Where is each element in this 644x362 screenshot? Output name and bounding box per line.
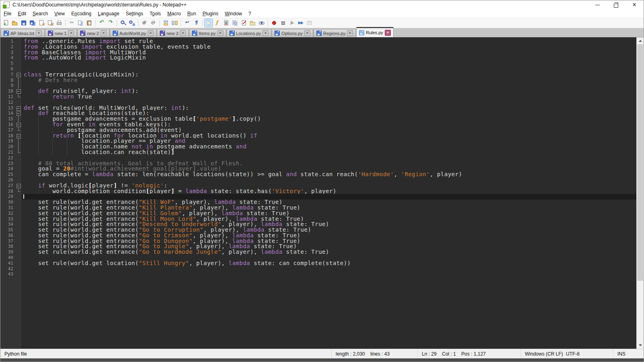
fold-collapse-icon[interactable] <box>15 183 22 189</box>
scrollbar-thumb[interactable] <box>637 44 643 281</box>
code-line[interactable]: 20 location.name not in postgame_advance… <box>0 144 637 150</box>
sync-scroll-horizontal-icon[interactable] <box>171 19 179 27</box>
menu-item-encoding[interactable]: Encoding <box>68 10 95 17</box>
code-line[interactable]: 23 # 88 total achievements. Goal is to d… <box>0 161 637 167</box>
code-line[interactable]: 3from BaseClasses import MultiWorld <box>0 50 637 56</box>
menu-item-file[interactable]: File <box>0 10 14 17</box>
function-list-icon[interactable] <box>213 19 221 27</box>
macro-save-icon[interactable] <box>305 19 314 27</box>
code-line[interactable]: 26 <box>0 177 637 183</box>
menu-item-search[interactable]: Search <box>29 10 51 17</box>
menu-item-run[interactable]: Run <box>184 10 199 17</box>
save-icon[interactable] <box>20 19 28 27</box>
close-tab-icon[interactable]: × <box>68 30 74 36</box>
macro-record-icon[interactable] <box>270 19 278 27</box>
close-tab-icon[interactable]: × <box>385 30 391 36</box>
code-line[interactable]: 35 set_rule(world.get_entrance("Go to Co… <box>0 227 637 233</box>
code-line[interactable]: 12 <box>0 100 637 105</box>
sync-scroll-vertical-icon[interactable] <box>162 19 170 27</box>
code-line[interactable]: 36 set_rule(world.get_entrance("Go to Cr… <box>0 233 637 239</box>
code-line[interactable]: 28 world.completion_condition[player] = … <box>0 189 637 194</box>
code-line[interactable]: 25 can_complete = lambda state: len(reac… <box>0 172 637 177</box>
code-line[interactable]: 19 location.player == player and <box>0 138 637 144</box>
code-line[interactable]: 34 set_rule(world.get_entrance("Descend … <box>0 222 637 227</box>
zoom-out-icon[interactable] <box>149 19 157 27</box>
code-line[interactable]: 24 goal = 20#int(world.achievement_goal[… <box>0 166 637 172</box>
new-file-icon[interactable] <box>2 19 10 27</box>
code-line[interactable]: 33 set_rule(world.get_entrance("Kill Moo… <box>0 216 637 222</box>
code-line[interactable]: 18 return [location for location in worl… <box>0 133 637 139</box>
folder-as-workspace-icon[interactable] <box>249 19 257 27</box>
close-tab-icon[interactable]: × <box>217 30 223 36</box>
code-line[interactable]: 9 <box>0 83 637 88</box>
code-line[interactable]: 37 set_rule(world.get_entrance("Go to Du… <box>0 239 637 244</box>
minimize-button[interactable] <box>588 0 607 9</box>
fold-collapse-icon[interactable] <box>15 111 22 116</box>
code-line[interactable]: 1from ..generic.Rules import set_rule <box>0 39 637 44</box>
fold-collapse-icon[interactable] <box>15 72 22 78</box>
menu-item-language[interactable]: Language <box>95 10 122 17</box>
code-line[interactable]: 8 # Defs here <box>0 78 637 83</box>
fold-collapse-icon[interactable] <box>15 88 22 94</box>
scroll-up-button[interactable] <box>637 37 644 44</box>
code-line[interactable]: 40 <box>0 255 637 261</box>
close-tab-icon[interactable]: × <box>304 30 310 36</box>
menu-item-tools[interactable]: Tools <box>147 10 164 17</box>
close-tab-icon[interactable]: × <box>180 30 186 36</box>
undo-icon[interactable] <box>98 19 106 27</box>
close-file-icon[interactable] <box>37 19 45 27</box>
code-line[interactable]: 4from ..AutoWorld import LogicMixin <box>0 55 637 61</box>
code-line[interactable]: 27 if world.logic[player] != 'nologic': <box>0 183 637 189</box>
menu-item-macro[interactable]: Macro <box>164 10 184 17</box>
tab-rules-py[interactable]: Rules.py× <box>356 27 394 37</box>
code-line[interactable]: 2from .Locations import exclusion_table,… <box>0 44 637 50</box>
show-all-characters-icon[interactable] <box>192 19 200 27</box>
code-line[interactable]: 39 set_rule(world.get_entrance("Go to Ha… <box>0 249 637 255</box>
code-line[interactable]: 15 postgame_advancements = exclusion_tab… <box>0 116 637 122</box>
fold-collapse-icon[interactable] <box>15 105 22 111</box>
tab-ap-ideas-txt[interactable]: AP Ideas.txt× <box>1 29 45 37</box>
menu-item-view[interactable]: View <box>51 10 68 17</box>
code-line[interactable]: 30 set_rule(world.get_entrance("Kill WoF… <box>0 200 637 205</box>
tab-items-py[interactable]: Items.py× <box>189 29 226 37</box>
find-icon[interactable] <box>119 19 127 27</box>
code-line[interactable]: 10 def rule(self, player: int): <box>0 88 637 94</box>
code-line[interactable]: 6 <box>0 66 637 72</box>
close-tab-icon[interactable]: × <box>148 30 154 36</box>
menu-item-help[interactable]: ? <box>245 10 254 17</box>
monitoring-icon[interactable] <box>258 19 266 27</box>
save-all-icon[interactable] <box>29 19 37 27</box>
code-line[interactable]: 31 set_rule(world.get_entrance("Kill Pla… <box>0 205 637 211</box>
menu-item-settings[interactable]: Settings <box>122 10 146 17</box>
macro-stop-icon[interactable] <box>279 19 287 27</box>
fold-collapse-icon[interactable] <box>15 122 22 128</box>
menu-item-window[interactable]: Window <box>222 10 246 17</box>
tab-new-3[interactable]: new 3× <box>157 29 189 37</box>
close-tab-icon[interactable]: × <box>101 30 107 36</box>
tab-new-2[interactable]: new 2× <box>77 29 109 37</box>
code-line[interactable]: 17 postgame_advancements.add(event) <box>0 128 637 133</box>
tab-locations-py[interactable]: Locations.py× <box>227 29 272 37</box>
code-line[interactable]: 14 def reachable_locations(state): <box>0 111 637 116</box>
document-list-icon[interactable] <box>231 19 239 27</box>
close-tab-icon[interactable]: × <box>347 30 353 36</box>
tab-autoworld-py[interactable]: AutoWorld.py× <box>110 29 157 37</box>
fold-collapse-icon[interactable] <box>15 133 22 139</box>
edit-pencil-icon[interactable] <box>240 19 248 27</box>
zoom-in-icon[interactable] <box>140 19 149 27</box>
code-line[interactable]: 41 set_rule(world.get_location("Still Hu… <box>0 261 637 266</box>
replace-icon[interactable] <box>128 19 136 27</box>
document-map-icon[interactable] <box>222 19 230 27</box>
code-line[interactable]: 13def set_rules(world: MultiWorld, playe… <box>0 105 637 111</box>
copy-icon[interactable] <box>76 19 85 27</box>
tab-regions-py[interactable]: Regions.py× <box>314 29 356 37</box>
restore-button[interactable] <box>607 0 625 9</box>
code-line[interactable]: 38 set_rule(world.get_entrance("Go to Ju… <box>0 244 637 249</box>
code-line[interactable]: 42 <box>0 266 637 272</box>
close-all-icon[interactable] <box>46 19 54 27</box>
open-file-icon[interactable] <box>11 19 19 27</box>
close-tab-icon[interactable]: × <box>36 30 42 36</box>
tab-new-1[interactable]: new 1× <box>45 29 77 37</box>
code-line[interactable]: 21 location.can_reach(state)] <box>0 150 637 155</box>
editor[interactable]: 1from ..generic.Rules import set_rule2fr… <box>0 37 644 349</box>
